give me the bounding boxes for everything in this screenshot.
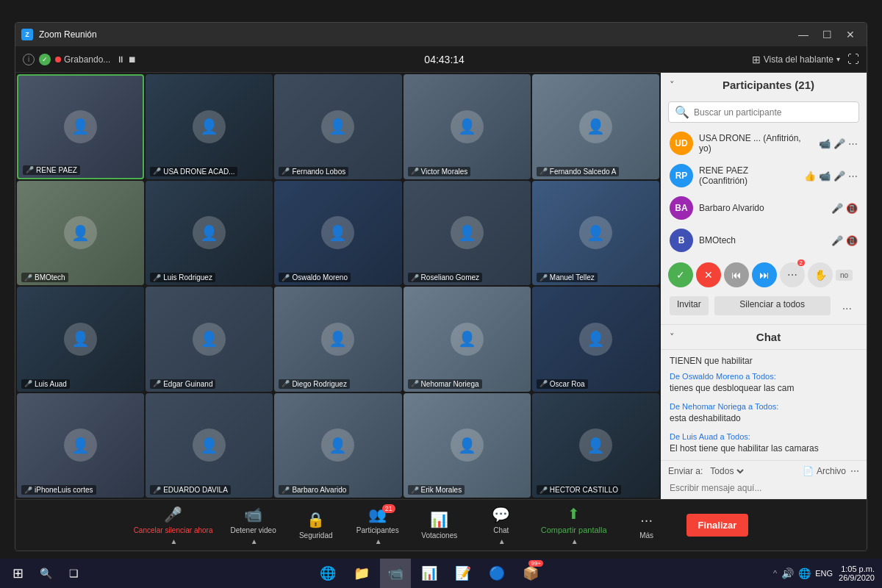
participant-item-ba[interactable]: BA Barbaro Alvarido 🎤 📵 [661, 192, 867, 224]
skip-forward-button[interactable]: ⏭ [752, 262, 777, 287]
taskbar-chrome[interactable]: 🔵 [481, 559, 512, 588]
invite-button[interactable]: Invitar [670, 296, 709, 315]
taskbar-powerpoint[interactable]: 📊 [414, 559, 445, 588]
participant-name-ud: USA DRONE ... (Anfitrión, yo) [699, 133, 813, 154]
close-button[interactable]: ✕ [840, 27, 861, 42]
windows-start-button[interactable]: ⊞ [6, 562, 29, 585]
stop-button[interactable]: ⏹ [128, 54, 137, 65]
taskbar-explorer[interactable]: 📁 [346, 559, 377, 588]
no-label[interactable]: no [836, 270, 853, 281]
mute-icon: 🎤 [539, 380, 548, 387]
participants-arrow[interactable]: ▲ [375, 537, 382, 545]
video-cell-oswaldo[interactable]: 👤 🎤 Oswaldo Moreno [274, 181, 401, 286]
taskbar-other[interactable]: 📦 99+ [515, 559, 546, 588]
video-cell-nehomar[interactable]: 👤 🎤 Nehomar Noriega [404, 287, 531, 392]
more-ctrl-button[interactable]: ⋯ 2 [780, 262, 805, 287]
video-cell-edgar[interactable]: 👤 🎤 Edgar Guinand [146, 287, 273, 392]
video-cell-hector[interactable]: 👤 🎤 HECTOR CASTILLO [532, 393, 659, 498]
taskbar-word[interactable]: 📝 [448, 559, 478, 588]
video-face: 👤 [532, 393, 659, 498]
video-cell-iphone-luis[interactable]: 👤 🎤 iPhoneLuis cortes [17, 393, 144, 498]
recording-button[interactable]: Grabando... ⏸ ⏹ [55, 54, 137, 65]
more-button[interactable]: ··· Más [625, 512, 669, 539]
participants-button[interactable]: 👥 21 Participantes ▲ [356, 506, 400, 545]
mute-icon: 🎤 [153, 168, 161, 175]
check-button[interactable]: ✓ [668, 262, 693, 287]
send-to-select[interactable]: Todos [707, 465, 746, 477]
polls-icon: 📊 [430, 511, 448, 528]
mute-arrow[interactable]: ▲ [171, 537, 178, 545]
participant-item-rp[interactable]: RP RENE PAEZ (Coanfitrión) 👍 📹 🎤 ⋯ [661, 159, 867, 192]
more-options-button[interactable]: ... [836, 296, 858, 315]
maximize-button[interactable]: ☐ [817, 27, 837, 42]
chat-header[interactable]: ˅ Chat [661, 325, 867, 350]
video-face: 👤 [146, 181, 273, 286]
fullscreen-button[interactable]: ⛶ [847, 53, 859, 66]
chat-message-1: TIENEN que habilitar [670, 356, 858, 366]
mute-icon: 🎤 [411, 168, 419, 175]
taskbar-search[interactable]: 🔍 [34, 562, 57, 585]
taskbar-task-view[interactable]: ❑ [62, 562, 85, 585]
chat-arrow[interactable]: ▲ [498, 537, 506, 545]
video-cell-luis-rodriguez[interactable]: 👤 🎤 Luis Rodriguez [146, 181, 273, 286]
main-toolbar: i ✓ Grabando... ⏸ ⏹ 04:43:14 ⊞ Vista del… [15, 46, 867, 73]
participant-item-ud[interactable]: UD USA DRONE ... (Anfitrión, yo) 📹 🎤 ⋯ [661, 127, 867, 159]
security-button[interactable]: 🔒 Seguridad [294, 511, 338, 539]
video-cell-oscar[interactable]: 👤 🎤 Oscar Roa [532, 287, 659, 392]
share-button[interactable]: ⬆ Compartir pantalla ▲ [541, 505, 607, 545]
system-tray[interactable]: ^ 🔊 🌐 ENG [773, 567, 833, 579]
minimize-button[interactable]: — [793, 27, 814, 42]
taskbar-zoom[interactable]: 📹 [380, 559, 411, 588]
end-meeting-button[interactable]: Finalizar [686, 514, 749, 537]
video-button[interactable]: 📹 Detener video ▲ [230, 506, 276, 545]
x-button[interactable]: ✕ [696, 262, 721, 287]
more-chat-icon[interactable]: ⋯ [850, 466, 859, 476]
video-face: 👤 [18, 76, 143, 178]
mute-icon: 🎤 [26, 166, 34, 173]
video-cell-barbaro[interactable]: 👤 🎤 Barbaro Alvarido [274, 393, 401, 498]
video-cell-manuel[interactable]: 👤 🎤 Manuel Tellez [532, 181, 659, 286]
participant-search-bar[interactable]: 🔍 [668, 101, 859, 123]
video-cell-bmotech[interactable]: 👤 🎤 BMOtech [17, 181, 144, 286]
chevron-down-icon: ˅ [670, 79, 675, 90]
video-cell-fernando-salcedo[interactable]: 👤 🎤 Fernando Salcedo A [532, 74, 659, 179]
content-area: 👤 🎤 RENE PAEZ 👤 🎤 USA DRONE ACAD... [15, 73, 867, 499]
file-button[interactable]: 📄 Archivo [803, 466, 846, 476]
pause-button[interactable]: ⏸ [116, 54, 125, 65]
cell-label: 🎤 iPhoneLuis cortes [21, 485, 96, 495]
video-cell-fernando-lobos[interactable]: 👤 🎤 Fernando Lobos [274, 74, 401, 179]
chat-message-2: De Oswaldo Moreno a Todos: tienes que de… [670, 372, 858, 395]
participant-item-b[interactable]: B BMOtech 🎤 📵 [661, 224, 867, 257]
skip-back-button[interactable]: ⏮ [724, 262, 749, 287]
person-avatar: 👤 [451, 110, 484, 143]
video-cell-luis-auad[interactable]: 👤 🎤 Luis Auad [17, 287, 144, 392]
person-avatar: 👤 [64, 429, 97, 462]
chat-input[interactable] [668, 481, 859, 495]
video-arrow[interactable]: ▲ [251, 537, 258, 545]
info-icon[interactable]: i [23, 54, 35, 65]
mute-all-button[interactable]: Silenciar a todos [714, 296, 831, 315]
polls-button[interactable]: 📊 Votaciones [417, 511, 462, 539]
video-cell-victor-morales[interactable]: 👤 🎤 Victor Morales [404, 74, 531, 179]
hand-button[interactable]: ✋ [808, 262, 833, 287]
video-face: 👤 [17, 393, 144, 498]
video-cell-roseliano[interactable]: 👤 🎤 Roseliano Gomez [404, 181, 531, 286]
participant-search-input[interactable] [694, 107, 853, 118]
video-cell-eduardo[interactable]: 👤 🎤 EDUARDO DAVILA [146, 393, 273, 498]
chat-title: Chat [679, 331, 858, 343]
share-arrow[interactable]: ▲ [571, 537, 578, 545]
taskbar-edge[interactable]: 🌐 [312, 559, 343, 588]
video-cell-erik[interactable]: 👤 🎤 Erik Morales [404, 393, 531, 498]
video-cell-usa-drone[interactable]: 👤 🎤 USA DRONE ACAD... [146, 74, 273, 179]
mute-icon: 🎤 [831, 235, 843, 246]
video-cell-diego[interactable]: 👤 🎤 Diego Rodriguez [274, 287, 401, 392]
taskbar-left: ⊞ 🔍 ❑ [0, 562, 85, 585]
mute-button[interactable]: 🎤 Cancelar silenciar ahora ▲ [134, 506, 213, 545]
participants-collapse[interactable]: ˅ Participantes (21) [661, 73, 867, 97]
participants-title: Participantes (21) [679, 79, 858, 91]
windows-taskbar: ⊞ 🔍 ❑ 🌐 📁 📹 📊 📝 🔵 📦 99+ ^ 🔊 🌐 ENG 1:05 p… [0, 559, 882, 588]
chat-button[interactable]: 💬 Chat ▲ [479, 506, 523, 545]
view-selector[interactable]: ⊞ Vista del hablante ▾ [752, 54, 840, 65]
video-cell-rene-paez[interactable]: 👤 🎤 RENE PAEZ [17, 74, 144, 179]
taskbar-lang: ENG [815, 569, 833, 578]
